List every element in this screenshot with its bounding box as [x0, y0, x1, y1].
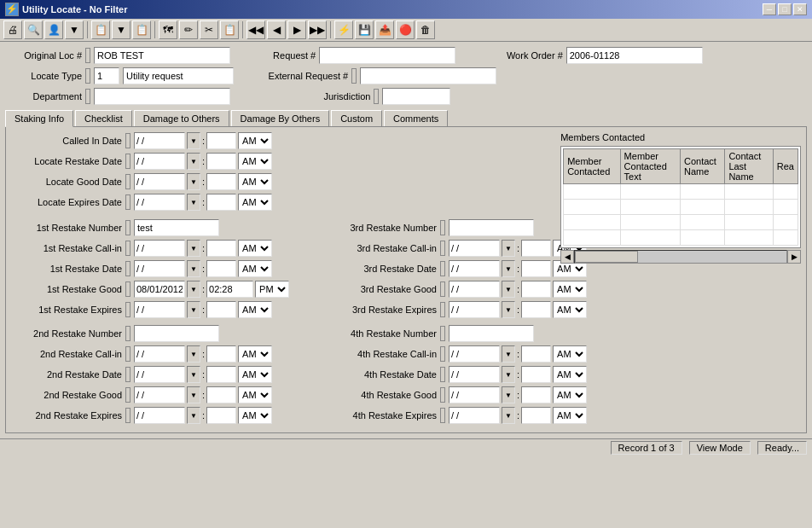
called-in-ampm-select[interactable]: AMPM [238, 132, 272, 149]
restake1-date-dropdown[interactable]: ▼ [187, 260, 200, 277]
restake1-expires-ampm[interactable]: AMPM [238, 301, 272, 318]
restake2-date-time[interactable] [206, 366, 236, 383]
save-button[interactable]: 💾 [355, 20, 374, 39]
restake1-good-ampm[interactable]: AMPM [255, 281, 289, 298]
map-button[interactable]: 🗺 [159, 20, 177, 39]
delete-button[interactable]: 🗑 [416, 20, 435, 39]
restake4-good-input[interactable] [449, 386, 500, 403]
restake4-expires-time[interactable] [521, 407, 551, 424]
restake1-number-input[interactable] [134, 219, 219, 236]
restake2-expires-time[interactable] [206, 407, 236, 424]
restake1-expires-dropdown[interactable]: ▼ [187, 301, 200, 318]
user-button[interactable]: 👤 [44, 20, 63, 39]
original-loc-input[interactable] [94, 47, 230, 64]
request-input[interactable] [319, 47, 455, 64]
restake1-callin-time[interactable] [206, 240, 236, 257]
next-record-button[interactable]: ▶ [287, 20, 306, 39]
flag-button[interactable]: 🔴 [396, 20, 415, 39]
restake3-good-input[interactable] [449, 281, 500, 298]
restake2-date-dropdown[interactable]: ▼ [187, 366, 200, 383]
restake2-date-input[interactable] [134, 366, 185, 383]
locate-type-num[interactable] [94, 67, 119, 84]
restake2-callin-input[interactable] [134, 345, 185, 363]
restake3-callin-input[interactable] [449, 240, 500, 257]
last-record-button[interactable]: ▶▶ [308, 20, 327, 39]
restake3-callin-dropdown[interactable]: ▼ [502, 240, 515, 257]
list-button[interactable]: 📋 [91, 20, 110, 39]
maximize-button[interactable]: □ [778, 3, 792, 15]
restake1-expires-input[interactable] [134, 301, 185, 318]
called-in-date-dropdown[interactable]: ▼ [187, 132, 200, 149]
restake3-good-dropdown[interactable]: ▼ [502, 281, 515, 298]
ext-request-input[interactable] [360, 67, 496, 84]
close-button[interactable]: ✕ [793, 3, 807, 15]
good-ampm-select[interactable]: AMPM [238, 173, 272, 190]
restake4-callin-input[interactable] [449, 345, 500, 363]
restake-ampm-select[interactable]: AMPM [238, 153, 272, 170]
restake1-expires-time[interactable] [206, 301, 236, 318]
copy-button[interactable]: 📋 [132, 20, 151, 39]
restake2-expires-ampm[interactable]: AMPM [238, 407, 272, 424]
tab-damage-to-others[interactable]: Damage to Others [134, 110, 229, 126]
restake1-good-dropdown[interactable]: ▼ [187, 281, 200, 298]
restake2-callin-time[interactable] [206, 345, 236, 363]
restake4-date-dropdown[interactable]: ▼ [502, 366, 515, 383]
expires-date-input[interactable] [134, 194, 185, 211]
scroll-left-btn[interactable]: ◀ [560, 250, 574, 264]
restake1-callin-dropdown[interactable]: ▼ [187, 240, 200, 257]
restake4-number-input[interactable] [449, 325, 534, 342]
restake-date-dropdown[interactable]: ▼ [187, 153, 200, 170]
restake3-callin-time[interactable] [521, 240, 551, 257]
tab-custom[interactable]: Custom [331, 110, 382, 126]
locate-type-text[interactable] [123, 67, 234, 84]
restake3-number-input[interactable] [449, 219, 534, 236]
cut-button[interactable]: ✂ [200, 20, 218, 39]
restake4-date-input[interactable] [449, 366, 500, 383]
restake1-date-ampm[interactable]: AMPM [238, 260, 272, 277]
expires-time-input[interactable] [206, 194, 236, 211]
flash-button[interactable]: ⚡ [334, 20, 353, 39]
tab-comments[interactable]: Comments [384, 110, 448, 126]
restake4-callin-dropdown[interactable]: ▼ [502, 345, 515, 363]
scroll-right-btn[interactable]: ▶ [787, 250, 801, 264]
restake1-callin-ampm[interactable]: AMPM [238, 240, 272, 257]
jurisdiction-input[interactable] [382, 88, 450, 105]
restake4-good-time[interactable] [521, 386, 551, 403]
restake3-date-time[interactable] [521, 260, 551, 277]
called-in-time-input[interactable] [206, 132, 236, 149]
good-date-dropdown[interactable]: ▼ [187, 173, 200, 190]
good-time-input[interactable] [206, 173, 236, 190]
called-in-date-input[interactable] [134, 132, 185, 149]
restake2-callin-dropdown[interactable]: ▼ [187, 345, 200, 363]
restake1-good-time[interactable] [206, 281, 253, 298]
filter-dropdown[interactable]: ▼ [65, 20, 84, 39]
restake1-date-time[interactable] [206, 260, 236, 277]
restake1-callin-input[interactable] [134, 240, 185, 257]
restake3-date-input[interactable] [449, 260, 500, 277]
paste-button[interactable]: 📋 [220, 20, 239, 39]
good-date-input[interactable] [134, 173, 185, 190]
export-button[interactable]: 📤 [375, 20, 394, 39]
first-record-button[interactable]: ◀◀ [246, 20, 265, 39]
expires-date-dropdown[interactable]: ▼ [187, 194, 200, 211]
print-button[interactable]: 🖨 [3, 20, 22, 39]
restake1-date-input[interactable] [134, 260, 185, 277]
tab-checklist[interactable]: Checklist [75, 110, 132, 126]
restake2-expires-input[interactable] [134, 407, 185, 424]
restake4-date-time[interactable] [521, 366, 551, 383]
work-order-input[interactable] [566, 47, 703, 64]
restake-time-input[interactable] [206, 153, 236, 170]
tab-damage-by-others[interactable]: Damage By Others [231, 110, 330, 126]
search-button[interactable]: 🔍 [24, 20, 43, 39]
edit-button[interactable]: ✏ [179, 20, 198, 39]
restake3-good-time[interactable] [521, 281, 551, 298]
restake2-date-ampm[interactable]: AMPM [238, 366, 272, 383]
restake-date-input[interactable] [134, 153, 185, 170]
restake4-callin-time[interactable] [521, 345, 551, 363]
restake4-expires-dropdown[interactable]: ▼ [502, 407, 515, 424]
restake1-good-date-input[interactable] [134, 281, 185, 298]
department-input[interactable] [94, 88, 230, 105]
restake3-expires-dropdown[interactable]: ▼ [502, 301, 515, 318]
restake2-callin-ampm[interactable]: AMPM [238, 345, 272, 363]
tab-staking-info[interactable]: Staking Info [5, 110, 73, 127]
